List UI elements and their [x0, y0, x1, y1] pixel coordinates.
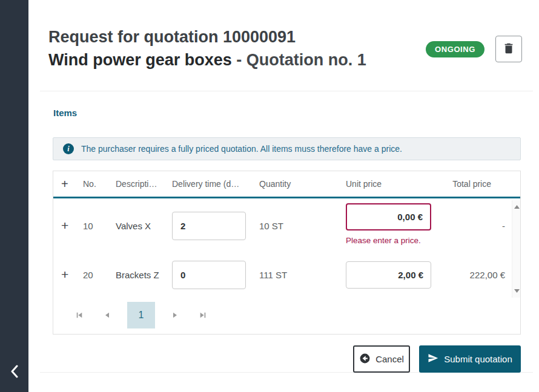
chevron-left-icon: [10, 365, 19, 381]
first-page-button[interactable]: [71, 307, 87, 323]
column-header-description: Descripti…: [116, 179, 172, 189]
column-header-unit-price: Unit price: [346, 179, 431, 189]
trash-icon: [502, 42, 515, 57]
quotation-number: Quotation no. 1: [246, 51, 366, 69]
item-quantity: 111 ST: [259, 270, 346, 280]
back-circle-icon: [359, 353, 371, 366]
page-title-line1: Request for quotation 10000091: [48, 25, 366, 48]
unit-price-error: Please enter a price.: [346, 236, 431, 245]
previous-page-button[interactable]: [99, 307, 115, 323]
scroll-down-icon[interactable]: [512, 287, 521, 295]
table-row: + 20 Brackets Z 111 ST 222,00 €: [53, 253, 520, 296]
column-header-delivery-time: Delivery time (d…: [172, 179, 259, 189]
cancel-button-label: Cancel: [375, 354, 404, 364]
expand-row-icon[interactable]: +: [61, 267, 83, 282]
add-item-icon[interactable]: +: [61, 177, 83, 191]
unit-price-cell: Please enter a price.: [346, 198, 431, 245]
next-page-button[interactable]: [167, 307, 183, 323]
last-page-button[interactable]: [195, 307, 211, 323]
expand-row-icon[interactable]: +: [61, 218, 83, 233]
column-header-total-price: Total price: [431, 179, 512, 189]
info-banner: i The purchaser requires a fully priced …: [53, 137, 521, 160]
current-page-button[interactable]: 1: [127, 302, 155, 328]
cancel-button[interactable]: Cancel: [353, 345, 410, 373]
unit-price-input[interactable]: [346, 261, 431, 289]
pagination: 1: [53, 296, 520, 334]
send-icon: [428, 353, 438, 365]
item-total-price: -: [431, 221, 512, 231]
delivery-time-cell: [172, 261, 259, 289]
unit-price-cell: [346, 261, 431, 289]
column-header-quantity: Quantity: [259, 179, 346, 189]
unit-price-input[interactable]: [346, 203, 431, 230]
column-header-no: No.: [83, 179, 116, 189]
page: Request for quotation 10000091 Wind powe…: [0, 0, 539, 392]
submit-quotation-button[interactable]: Submit quotation: [419, 345, 521, 373]
item-description: Brackets Z: [116, 270, 172, 280]
item-no: 20: [83, 270, 116, 280]
info-icon: i: [63, 143, 74, 154]
table-row: + 10 Valves X 10 ST Please enter a price…: [53, 198, 520, 253]
sidebar: [0, 0, 28, 392]
items-section-heading: Items: [53, 108, 77, 118]
delivery-time-input[interactable]: [172, 212, 246, 240]
item-quantity: 10 ST: [259, 221, 346, 231]
item-description: Valves X: [116, 221, 172, 231]
delete-button[interactable]: [495, 36, 522, 62]
item-total-price: 222,00 €: [431, 270, 512, 280]
item-no: 10: [83, 221, 116, 231]
header-divider: [40, 91, 533, 91]
sidebar-collapse-button[interactable]: [0, 362, 28, 384]
status-badge: ONGOING: [426, 41, 484, 57]
page-title-line2: Wind power gear boxes - Quotation no. 1: [48, 48, 366, 71]
scroll-up-icon[interactable]: [512, 203, 521, 211]
table-header-row: + No. Descripti… Delivery time (d… Quant…: [53, 171, 520, 198]
rfq-name: Wind power gear boxes: [48, 51, 232, 69]
submit-button-label: Submit quotation: [444, 354, 512, 364]
info-banner-text: The purchaser requires a fully priced qu…: [81, 144, 402, 154]
title-separator: -: [232, 51, 246, 69]
items-table: + No. Descripti… Delivery time (d… Quant…: [53, 171, 521, 335]
delivery-time-cell: [172, 212, 259, 240]
page-title: Request for quotation 10000091 Wind powe…: [48, 25, 366, 71]
delivery-time-input[interactable]: [172, 261, 246, 289]
table-scrollbar[interactable]: [512, 200, 520, 298]
